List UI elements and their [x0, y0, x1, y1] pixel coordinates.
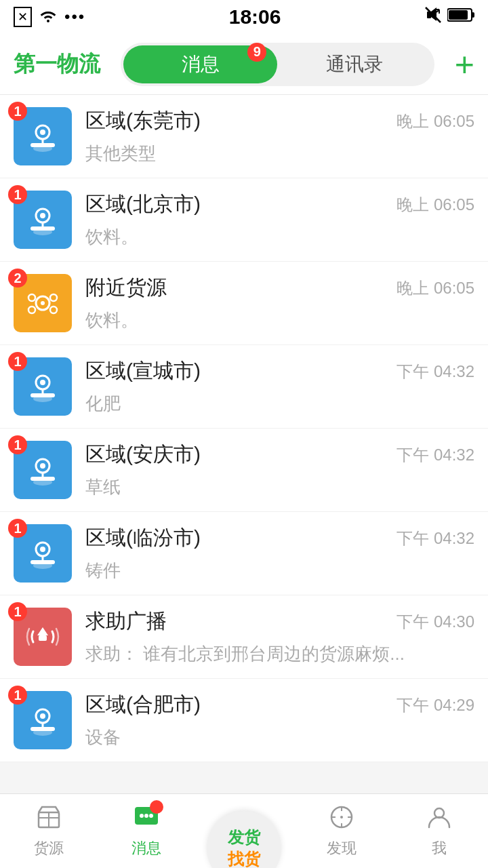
list-item[interactable]: 1 区域(临汾市) 下午 04:32 铸件: [0, 512, 488, 595]
svg-rect-25: [30, 393, 55, 397]
avatar-wrap: 1: [14, 441, 72, 499]
item-content: 区域(宣城市) 下午 04:32 化肥: [85, 357, 474, 416]
avatar-wrap: 1: [14, 608, 72, 666]
svg-point-27: [40, 463, 45, 469]
item-time: 晚上 06:05: [396, 277, 474, 299]
avatar-wrap: 2: [14, 274, 72, 332]
zhaohuo-label: 找货: [228, 848, 260, 869]
list-item[interactable]: 1 区域(东莞市) 晚上 06:05 其他类型: [0, 95, 488, 178]
item-content: 求助广播 下午 04:30 求助： 谁有北京到邢台周边的货源麻烦...: [85, 608, 474, 666]
message-badge: 9: [247, 43, 266, 62]
unread-badge: 2: [8, 269, 27, 288]
item-name: 区域(东莞市): [85, 107, 201, 135]
svg-point-47: [144, 814, 148, 818]
item-preview: 其他类型: [85, 142, 474, 165]
avatar-wrap: 1: [14, 107, 72, 165]
item-preview: 铸件: [85, 559, 474, 583]
compass-icon: [329, 804, 354, 834]
unread-badge: 1: [8, 519, 27, 538]
item-preview: 设备: [85, 726, 474, 749]
list-item[interactable]: 1 区域(宣城市) 下午 04:32 化肥: [0, 345, 488, 429]
svg-rect-1: [427, 12, 431, 18]
nav-huoyuan[interactable]: 货源: [0, 794, 98, 868]
list-item[interactable]: 1 区域(安庆市) 下午 04:32 草纸: [0, 429, 488, 512]
item-name: 求助广播: [85, 608, 167, 635]
item-content: 区域(合肥市) 下午 04:29 设备: [85, 691, 474, 749]
svg-point-6: [40, 130, 45, 135]
list-item[interactable]: 2 附近货源 晚上 06:05 饮料。: [0, 262, 488, 345]
item-top: 区域(北京市) 晚上 06:05: [85, 191, 474, 218]
unread-badge: 1: [8, 686, 27, 705]
tab-message[interactable]: 消息 9: [123, 45, 277, 83]
box-icon: [36, 804, 62, 834]
fahuo-label: 发货: [228, 827, 260, 848]
svg-point-50: [340, 816, 343, 818]
item-name: 区域(临汾市): [85, 524, 201, 552]
list-item[interactable]: 1 区域(合肥市) 下午 04:29 设备: [0, 679, 488, 762]
item-top: 区域(临汾市) 下午 04:32: [85, 524, 474, 552]
item-top: 附近货源 晚上 06:05: [85, 274, 474, 302]
tab-container: 消息 9 通讯录: [121, 43, 434, 86]
message-icon: [134, 804, 159, 834]
nav-message-label: 消息: [131, 838, 161, 859]
app-icon: ✕: [14, 7, 32, 27]
item-top: 区域(宣城市) 下午 04:32: [85, 357, 474, 385]
nav-message[interactable]: 消息: [98, 794, 195, 868]
svg-rect-35: [30, 560, 55, 564]
svg-point-46: [140, 814, 144, 818]
item-content: 区域(东莞市) 晚上 06:05 其他类型: [85, 107, 474, 165]
item-time: 下午 04:29: [396, 694, 474, 716]
svg-point-38: [40, 713, 45, 719]
item-name: 区域(北京市): [85, 191, 201, 218]
item-time: 下午 04:32: [396, 528, 474, 549]
svg-rect-30: [30, 477, 55, 481]
nav-me-label: 我: [432, 838, 447, 859]
message-list: 1 区域(东莞市) 晚上 06:05 其他类型 1 区域(北京市) 晚上 06: [0, 95, 488, 762]
list-item[interactable]: 1 区域(北京市) 晚上 06:05 饮料。: [0, 178, 488, 262]
message-nav-badge: [150, 800, 163, 814]
dots-icon: •••: [64, 7, 85, 26]
nav-me[interactable]: 我: [390, 794, 488, 868]
unread-badge: 1: [8, 435, 27, 454]
list-item[interactable]: 1 求助广播 下午 04:30 求助： 谁有北京到邢台周边的货源麻烦...: [0, 595, 488, 679]
item-preview: 饮料。: [85, 309, 474, 332]
fahuo-zhaohuo-button[interactable]: 发货 找货: [207, 811, 281, 869]
svg-point-19: [28, 307, 35, 313]
svg-rect-14: [30, 226, 55, 231]
item-name: 区域(宣城市): [85, 357, 201, 385]
unread-badge: 1: [8, 185, 27, 204]
add-button[interactable]: +: [455, 47, 474, 81]
nav-discover[interactable]: 发现: [293, 794, 390, 868]
app-title: 第一物流: [14, 50, 100, 79]
item-content: 区域(北京市) 晚上 06:05 饮料。: [85, 191, 474, 249]
item-preview: 化肥: [85, 392, 474, 416]
item-preview: 求助： 谁有北京到邢台周边的货源麻烦...: [85, 642, 474, 666]
item-top: 区域(安庆市) 下午 04:32: [85, 441, 474, 469]
status-right: [424, 6, 474, 28]
item-top: 区域(东莞市) 晚上 06:05: [85, 107, 474, 135]
unread-badge: 1: [8, 102, 27, 121]
unread-badge: 1: [8, 352, 27, 371]
battery-icon: [447, 7, 474, 26]
item-preview: 饮料。: [85, 225, 474, 249]
svg-point-11: [40, 213, 45, 218]
item-top: 区域(合肥市) 下午 04:29: [85, 691, 474, 719]
svg-point-17: [28, 294, 35, 301]
avatar-wrap: 1: [14, 691, 72, 749]
svg-rect-41: [30, 727, 55, 731]
item-top: 求助广播 下午 04:30: [85, 608, 474, 635]
tab-contacts[interactable]: 通讯录: [277, 45, 431, 83]
svg-rect-9: [30, 143, 55, 147]
nav-discover-label: 发现: [327, 838, 357, 859]
svg-point-16: [41, 301, 45, 305]
item-time: 晚上 06:05: [396, 194, 474, 216]
item-name: 附近货源: [85, 274, 167, 302]
item-time: 下午 04:32: [396, 444, 474, 466]
mute-icon: [424, 6, 442, 28]
svg-point-22: [40, 380, 45, 385]
item-name: 区域(合肥市): [85, 691, 201, 719]
item-name: 区域(安庆市): [85, 441, 201, 469]
wifi-icon: [39, 7, 58, 26]
bottom-nav: 货源 消息 发货 找货 发现 我: [0, 793, 488, 868]
item-content: 区域(安庆市) 下午 04:32 草纸: [85, 441, 474, 499]
